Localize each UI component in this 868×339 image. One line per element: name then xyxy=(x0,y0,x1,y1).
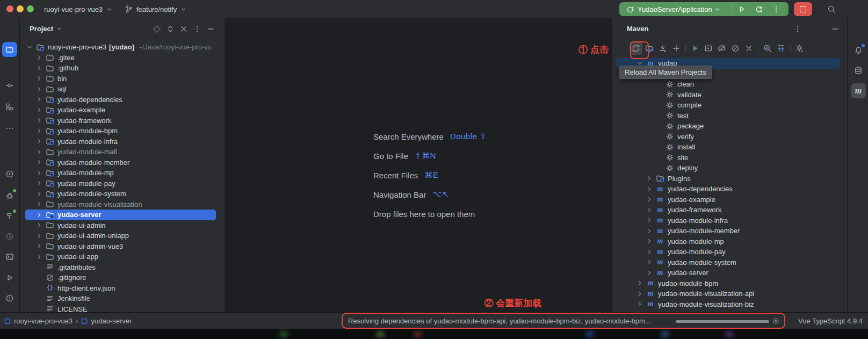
breadcrumb-item[interactable]: yudao-server xyxy=(91,317,132,325)
download-button[interactable] xyxy=(656,42,669,55)
project-tree-row[interactable]: yudao-module-mall xyxy=(25,147,225,157)
chevron-right-icon[interactable] xyxy=(35,221,44,229)
maven-tree-row[interactable]: compile xyxy=(616,100,848,111)
chevron-right-icon[interactable] xyxy=(35,64,44,72)
maven-tree-row[interactable]: verify xyxy=(616,132,848,142)
commit-button[interactable] xyxy=(2,78,17,93)
maven-tree-row[interactable]: package xyxy=(616,121,848,132)
chevron-right-icon[interactable] xyxy=(645,258,654,266)
chevron-right-icon[interactable] xyxy=(35,54,44,61)
stop-button[interactable] xyxy=(794,2,812,16)
chevron-right-icon[interactable] xyxy=(35,117,44,124)
maven-tree-row[interactable]: install xyxy=(616,142,848,153)
chevron-right-icon[interactable] xyxy=(35,190,44,198)
profiler-button[interactable] xyxy=(2,229,17,244)
minimize-button[interactable] xyxy=(204,23,217,35)
chevron-right-icon[interactable] xyxy=(35,242,44,250)
notifications-button[interactable] xyxy=(851,43,866,58)
chevron-right-icon[interactable] xyxy=(35,148,44,156)
collapse-all-button[interactable] xyxy=(177,23,190,35)
play-button[interactable] xyxy=(689,42,701,55)
chevron-right-icon[interactable] xyxy=(645,269,654,277)
kebab-button[interactable] xyxy=(191,23,204,35)
project-panel-title[interactable]: Project xyxy=(30,25,63,33)
chevron-right-icon[interactable] xyxy=(35,127,44,135)
build-button[interactable] xyxy=(2,208,17,223)
structure-button[interactable] xyxy=(2,99,17,114)
search-button[interactable] xyxy=(824,2,838,16)
maven-tree-row[interactable]: myudao-server xyxy=(616,268,848,278)
chevron-right-icon[interactable] xyxy=(35,106,44,114)
chevron-right-icon[interactable] xyxy=(645,237,654,245)
project-tree-row[interactable]: yudao-module-system xyxy=(25,189,225,199)
run-button[interactable] xyxy=(734,2,749,16)
maven-tree-row[interactable]: myudao-module-member xyxy=(616,226,848,236)
maven-tree-row[interactable]: myudao-dependencies xyxy=(616,184,848,194)
plus-button[interactable] xyxy=(670,42,683,55)
maven-tree-row[interactable]: myudao-module-system xyxy=(616,257,848,268)
sync-button[interactable] xyxy=(630,42,642,55)
project-tree-row[interactable]: yudao-module-pay xyxy=(25,178,225,189)
collapse-button[interactable] xyxy=(775,42,787,55)
database-button[interactable] xyxy=(851,63,866,78)
project-tree-row[interactable]: LICENSE xyxy=(25,304,225,313)
maven-tree-row[interactable]: deploy xyxy=(616,163,848,174)
expand-selector-button[interactable] xyxy=(164,23,177,35)
maven-tree-row[interactable]: myudao-module-infra xyxy=(616,215,848,226)
project-tree-row[interactable]: yudao-module-infra xyxy=(25,136,225,147)
chevron-right-icon[interactable] xyxy=(35,75,44,82)
maven-tree-row[interactable]: myudao-example xyxy=(616,194,848,205)
project-tree-row[interactable]: http-client.env.json xyxy=(25,283,225,294)
traffic-zoom-button[interactable] xyxy=(27,5,34,12)
project-tree-row[interactable]: yudao-module-mp xyxy=(25,168,225,178)
chevron-right-icon[interactable] xyxy=(35,158,44,166)
more-actions-button[interactable] xyxy=(769,2,784,16)
more-dots-button[interactable] xyxy=(2,121,17,136)
project-tree-row[interactable]: yudao-example xyxy=(25,105,225,116)
debug-button[interactable] xyxy=(2,188,17,203)
maven-minimize-button[interactable] xyxy=(829,23,842,35)
project-tree-row[interactable]: yudao-module-member xyxy=(25,157,225,168)
project-tree-row[interactable]: .github xyxy=(25,63,225,74)
chevron-right-icon[interactable] xyxy=(35,232,44,240)
chevron-right-icon[interactable] xyxy=(35,96,44,103)
maven-tree-row[interactable]: myudao-module-visualization-biz xyxy=(616,299,848,310)
chevron-right-icon[interactable] xyxy=(645,248,654,256)
project-tree-row[interactable]: .gitignore xyxy=(25,272,225,283)
chevron-right-icon[interactable] xyxy=(635,279,644,287)
chevron-down-icon[interactable] xyxy=(25,44,34,51)
chevron-right-icon[interactable] xyxy=(645,196,654,203)
maven-tree-row[interactable]: myudao-module-pay xyxy=(616,247,848,257)
maven-tree-row[interactable]: test xyxy=(616,111,848,121)
chevron-right-icon[interactable] xyxy=(645,206,654,214)
status-breadcrumb[interactable]: ruoyi-vue-pro-vue3›yudao-server xyxy=(4,313,132,329)
project-tree-row[interactable]: sql xyxy=(25,84,225,95)
project-tree-row[interactable]: yudao-server xyxy=(25,210,216,220)
chevron-right-icon[interactable] xyxy=(35,169,44,177)
skip-tests-button[interactable] xyxy=(729,42,742,55)
chevron-right-icon[interactable] xyxy=(35,200,44,208)
maven-tree-row[interactable]: validate xyxy=(616,90,848,100)
project-switcher[interactable]: ruoyi-vue-pro-vue3 xyxy=(44,0,113,18)
chevron-right-icon[interactable] xyxy=(35,253,44,261)
branch-widget[interactable]: feature/notify xyxy=(125,0,187,18)
maven-tree-row[interactable]: myudao-module-visualization-api xyxy=(616,288,848,299)
maven-tool-button[interactable]: m xyxy=(851,83,866,98)
breadcrumb-item[interactable]: ruoyi-vue-pro-vue3 xyxy=(14,317,73,325)
chevron-right-icon[interactable] xyxy=(635,300,644,308)
traffic-minimize-button[interactable] xyxy=(17,5,24,12)
close-button[interactable] xyxy=(742,42,755,55)
maven-tree-row[interactable]: Plugins xyxy=(616,174,848,184)
settings-button[interactable] xyxy=(793,42,806,55)
run-button[interactable] xyxy=(2,270,17,285)
problems-button[interactable] xyxy=(2,291,17,306)
chevron-right-icon[interactable] xyxy=(35,179,44,187)
chevron-right-icon[interactable] xyxy=(645,227,654,235)
status-right-text[interactable]: Vue TypeScript 4.9.4 xyxy=(798,313,863,329)
project-tree-row[interactable]: yudao-framework xyxy=(25,116,225,126)
project-folder-button[interactable] xyxy=(2,42,17,57)
chevron-right-icon[interactable] xyxy=(35,211,44,219)
chevron-right-icon[interactable] xyxy=(645,175,654,182)
project-tree-row[interactable]: yudao-module-bpm xyxy=(25,126,225,136)
project-tree-row[interactable]: yudao-ui-app xyxy=(25,251,225,262)
